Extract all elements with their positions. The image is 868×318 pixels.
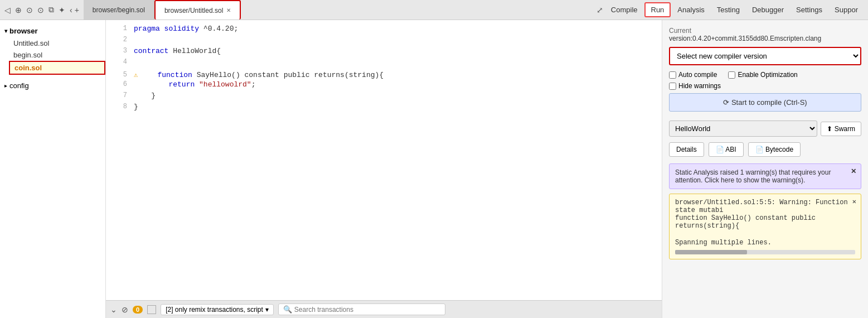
sidebar: ▾ browser Untitled.sol begin.sol coin.so… [0, 20, 106, 318]
options-row-2: Hide warnings [669, 82, 861, 90]
menu-analysis[interactable]: Analysis [672, 3, 710, 16]
expand-icon[interactable]: ⤢ [597, 6, 603, 15]
error-box-close[interactable]: ✕ [852, 197, 856, 206]
compile-button[interactable]: ⟳ Start to compile (Ctrl-S) [669, 93, 861, 112]
tab-next-icon[interactable]: + [75, 6, 79, 15]
hide-warnings-option[interactable]: Hide warnings [669, 82, 721, 90]
github-icon[interactable]: ⊙ [26, 6, 33, 15]
auto-compile-checkbox[interactable] [669, 71, 676, 79]
code-line-5: 5 ⚠ function SayHello() constant public … [106, 69, 662, 80]
contract-row: HelloWorld ⬆ Swarm [669, 121, 861, 137]
config-arrow-icon: ▸ [4, 83, 7, 89]
code-line-7: 7 } [106, 91, 662, 103]
filter-dropdown[interactable]: [2] only remix transactions, script ▾ [161, 304, 274, 315]
error-line-3 [675, 230, 855, 239]
top-bar-icons: ◁ ⊕ ⊙ ⊙ ⧉ ✦ [4, 5, 65, 15]
tab-close-icon[interactable]: ✕ [226, 7, 231, 13]
right-panel-inner: Current version:0.4.20+commit.3155dd80.E… [662, 20, 868, 266]
top-bar: ◁ ⊕ ⊙ ⊙ ⧉ ✦ ‹ + browser/begin.sol browse… [0, 0, 868, 20]
block-icon[interactable]: ⊘ [122, 305, 128, 314]
hide-warnings-checkbox[interactable] [669, 83, 676, 90]
search-transactions-box[interactable]: 🔍 [278, 303, 445, 315]
menu-support[interactable]: Suppor [829, 3, 864, 16]
filter-label: [2] only remix transactions, script [166, 306, 263, 314]
code-editor[interactable]: 1 pragma solidity ^0.4.20; 2 3 contract … [106, 20, 662, 300]
code-line-6: 6 return "hellowolrd"; [106, 80, 662, 91]
link-icon[interactable]: ✦ [59, 6, 65, 15]
current-label: Current [669, 27, 861, 35]
warning-banner-close[interactable]: ✕ [851, 167, 856, 175]
action-buttons: Details 📄 ABI 📄 Bytecode [669, 142, 861, 157]
tab-untitled-sol[interactable]: browser/Untitled.sol ✕ [154, 0, 241, 20]
tab-bar: ‹ + browser/begin.sol browser/Untitled.s… [70, 0, 597, 20]
error-line-1: browser/Untitled.sol:5:5: Warning: Funct… [675, 199, 855, 214]
menu-compile[interactable]: Compile [605, 3, 643, 16]
tab-prev-icon[interactable]: ‹ [70, 6, 72, 15]
current-version-section: Current version:0.4.20+commit.3155dd80.E… [669, 27, 861, 42]
warning-banner: Static Analysis raised 1 warning(s) that… [669, 163, 861, 189]
warning-triangle-icon: ⚠ [134, 71, 138, 79]
warning-banner-text: Static Analysis raised 1 warning(s) that… [675, 168, 831, 184]
code-line-3: 3 contract HelloWorld{ [106, 47, 662, 58]
code-line-2: 2 [106, 36, 662, 47]
error-scrollbar-thumb [675, 250, 747, 254]
sidebar-config-label: config [9, 81, 29, 90]
enable-optimization-checkbox[interactable] [728, 71, 735, 79]
sidebar-item-begin[interactable]: begin.sol [9, 49, 105, 61]
options-row-1: Auto compile Enable Optimization [669, 71, 861, 79]
code-line-1: 1 pragma solidity ^0.4.20; [106, 25, 662, 36]
code-line-8: 8 } [106, 103, 662, 114]
menu-testing[interactable]: Testing [711, 3, 745, 16]
chevron-down-icon[interactable]: ⌄ [110, 305, 117, 314]
contract-select[interactable]: HelloWorld [669, 121, 817, 137]
error-line-4: Spanning multiple lines. [675, 239, 855, 247]
details-button[interactable]: Details [669, 142, 704, 157]
enable-optimization-option[interactable]: Enable Optimization [728, 71, 797, 79]
search-icon: 🔍 [283, 305, 292, 314]
menu-run[interactable]: Run [644, 2, 671, 17]
sidebar-browser-label: browser [9, 27, 38, 35]
right-panel: Current version:0.4.20+commit.3155dd80.E… [662, 20, 868, 318]
copy-icon[interactable]: ⧉ [49, 5, 54, 15]
compiler-version-select[interactable]: Select new compiler version [669, 47, 861, 65]
browser-arrow-icon: ▾ [4, 28, 7, 34]
hide-warnings-label: Hide warnings [678, 82, 721, 90]
bytecode-button[interactable]: 📄 Bytecode [748, 142, 801, 157]
github2-icon[interactable]: ⊙ [37, 6, 44, 15]
sidebar-item-coin[interactable]: coin.sol [9, 61, 105, 75]
enable-optimization-label: Enable Optimization [738, 71, 797, 79]
sidebar-config-header[interactable]: ▸ config [0, 79, 105, 92]
search-transactions-input[interactable] [294, 306, 440, 314]
menu-items: Compile Run Analysis Testing Debugger Se… [605, 2, 864, 17]
dropdown-arrow-icon: ▾ [265, 306, 269, 314]
tab-begin-sol[interactable]: browser/begin.sol [84, 0, 154, 20]
error-box: ✕ browser/Untitled.sol:5:5: Warning: Fun… [669, 194, 861, 259]
auto-compile-label: Auto compile [678, 71, 717, 79]
nav-back-icon[interactable]: ◁ [4, 6, 11, 15]
sidebar-item-untitled[interactable]: Untitled.sol [9, 37, 105, 49]
error-line-2: function SayHello() constant public retu… [675, 214, 855, 230]
auto-compile-option[interactable]: Auto compile [669, 71, 717, 79]
editor-area: 1 pragma solidity ^0.4.20; 2 3 contract … [106, 20, 662, 300]
top-bar-right: ⤢ Compile Run Analysis Testing Debugger … [597, 2, 864, 17]
bottom-bar: ⌄ ⊘ 0 [2] only remix transactions, scrip… [106, 300, 662, 318]
main-content: ▾ browser Untitled.sol begin.sol coin.so… [0, 20, 868, 318]
error-scrollbar[interactable] [675, 250, 855, 254]
code-line-4: 4 [106, 58, 662, 69]
menu-debugger[interactable]: Debugger [746, 3, 789, 16]
sidebar-browser-items: Untitled.sol begin.sol coin.sol [0, 37, 105, 75]
add-file-icon[interactable]: ⊕ [15, 6, 22, 15]
abi-button[interactable]: 📄 ABI [709, 142, 744, 157]
menu-settings[interactable]: Settings [791, 3, 828, 16]
transaction-badge: 0 [133, 306, 143, 314]
sidebar-config-section: ▸ config [0, 79, 105, 92]
sidebar-browser-header[interactable]: ▾ browser [0, 25, 105, 37]
swarm-button[interactable]: ⬆ Swarm [821, 122, 861, 136]
version-value: version:0.4.20+commit.3155dd80.Emscripte… [669, 35, 861, 42]
select-all-checkbox[interactable] [147, 305, 156, 314]
